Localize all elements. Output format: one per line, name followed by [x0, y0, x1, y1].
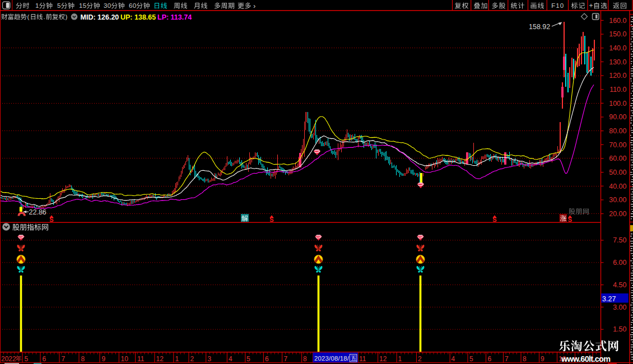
svg-text:80.00: 80.00	[609, 127, 626, 135]
svg-text:3.27: 3.27	[602, 295, 616, 303]
svg-text:130.0: 130.0	[609, 58, 626, 66]
svg-text:11: 11	[137, 355, 145, 363]
svg-text:110.0: 110.0	[609, 86, 626, 94]
svg-text:S: S	[269, 216, 273, 223]
svg-text:(: (	[27, 13, 30, 20]
svg-text:+: +	[589, 2, 593, 10]
svg-text:1: 1	[398, 355, 402, 363]
svg-text:2: 2	[190, 355, 194, 363]
svg-text:F: F	[551, 2, 555, 9]
svg-text:7: 7	[284, 355, 288, 363]
svg-text:3: 3	[208, 355, 212, 363]
svg-text:1: 1	[35, 2, 39, 9]
svg-text:3.00: 3.00	[613, 304, 626, 311]
svg-text:40.00: 40.00	[609, 183, 626, 190]
svg-text:): )	[66, 13, 68, 20]
svg-text:LP: 113.74: LP: 113.74	[157, 13, 192, 21]
svg-text:6.00: 6.00	[613, 259, 626, 267]
svg-text:9: 9	[541, 355, 544, 363]
svg-text:5: 5	[57, 2, 60, 9]
svg-text:7: 7	[505, 355, 509, 363]
svg-text:11: 11	[359, 355, 366, 363]
svg-text:50.00: 50.00	[609, 169, 626, 176]
svg-text:6: 6	[488, 355, 492, 363]
svg-text:70.00: 70.00	[609, 141, 626, 149]
svg-text:160.0: 160.0	[609, 17, 626, 25]
svg-text:2: 2	[418, 355, 422, 363]
svg-text:2022: 2022	[1, 355, 16, 363]
svg-text:UP: 138.65: UP: 138.65	[120, 13, 156, 21]
svg-text:6: 6	[265, 355, 269, 363]
svg-text:60.00: 60.00	[609, 155, 626, 162]
svg-text:30.00: 30.00	[609, 196, 626, 204]
svg-text:90.00: 90.00	[609, 113, 626, 121]
svg-text:100.0: 100.0	[609, 100, 626, 108]
svg-text:4: 4	[452, 355, 455, 363]
svg-text:›: ›	[253, 2, 255, 10]
svg-text:5: 5	[246, 355, 250, 363]
svg-text:22.86: 22.86	[29, 208, 46, 216]
svg-text:0: 0	[560, 2, 564, 9]
svg-text:158.92: 158.92	[529, 23, 550, 31]
svg-text:3: 3	[104, 2, 107, 9]
svg-text:6: 6	[129, 2, 132, 9]
svg-text:9: 9	[102, 355, 106, 363]
svg-text:8: 8	[303, 355, 307, 363]
svg-text:MID: 126.20: MID: 126.20	[81, 13, 119, 21]
svg-text:S: S	[492, 216, 496, 223]
svg-text:4.50: 4.50	[613, 281, 626, 289]
svg-text:8: 8	[81, 355, 85, 363]
svg-text:10: 10	[121, 355, 129, 363]
svg-text:20.00: 20.00	[609, 210, 626, 218]
svg-text:12: 12	[156, 355, 164, 363]
svg-text:140.0: 140.0	[609, 44, 626, 52]
svg-text:5: 5	[83, 2, 86, 9]
svg-text:7.50: 7.50	[613, 236, 626, 244]
svg-text:150.0: 150.0	[609, 30, 626, 38]
svg-text:5: 5	[469, 355, 473, 363]
svg-text:120.0: 120.0	[609, 72, 626, 80]
svg-text:1: 1	[556, 2, 559, 9]
svg-text:1: 1	[175, 355, 179, 363]
svg-text:0: 0	[108, 2, 111, 9]
svg-text:www.60lt.com: www.60lt.com	[561, 354, 611, 363]
svg-text:5: 5	[25, 355, 29, 363]
svg-text:.: .	[44, 13, 45, 20]
svg-text:6: 6	[43, 355, 46, 363]
svg-text:1.50: 1.50	[613, 325, 626, 333]
svg-text:S: S	[49, 216, 53, 223]
svg-text:4: 4	[229, 355, 232, 363]
svg-text:S: S	[568, 216, 572, 223]
svg-text:1: 1	[79, 2, 82, 9]
svg-text:12: 12	[379, 355, 387, 363]
svg-text:2023/08/18/: 2023/08/18/	[314, 355, 350, 362]
svg-text:8: 8	[523, 355, 527, 363]
svg-text:7: 7	[62, 355, 66, 363]
svg-text:0: 0	[133, 2, 136, 9]
